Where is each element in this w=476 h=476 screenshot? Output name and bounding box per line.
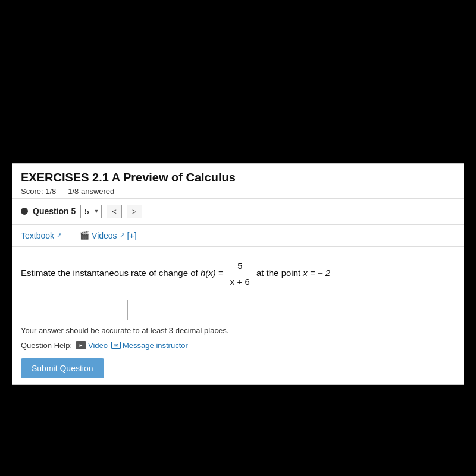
video-help-label: Video (88, 341, 108, 350)
point-label: x = − 2 (303, 268, 330, 278)
answered-label: 1/8 answered (68, 187, 114, 196)
main-container: EXERCISES 2.1 A Preview of Calculus Scor… (12, 163, 464, 385)
question-body: Estimate the instantaneous rate of chang… (12, 247, 464, 384)
message-instructor-label: Message instructor (123, 341, 188, 350)
page-header: EXERCISES 2.1 A Preview of Calculus Scor… (12, 164, 464, 199)
accuracy-note: Your answer should be accurate to at lea… (21, 326, 455, 335)
external-link-icon: ↗ (57, 231, 62, 239)
function-name: h(x) (201, 268, 216, 278)
question-nav-bar: Question 5 5 < > (12, 199, 464, 225)
video-icon: 🎬 (80, 231, 89, 240)
resources-bar: Textbook ↗ 🎬 Videos ↗ [+] (12, 225, 464, 247)
question-select-wrapper[interactable]: 5 (80, 205, 102, 218)
math-fraction: 5 x + 6 (228, 259, 252, 289)
submit-question-button[interactable]: Submit Question (21, 358, 104, 378)
question-select[interactable]: 5 (80, 205, 102, 218)
question-dot-icon (21, 208, 28, 215)
score-line: Score: 1/8 1/8 answered (21, 187, 455, 196)
page-title: EXERCISES 2.1 A Preview of Calculus (21, 171, 455, 184)
question-suffix: at the point (256, 268, 300, 278)
answer-input[interactable] (21, 300, 128, 320)
question-help: Question Help: ► Video ✉ Message instruc… (21, 341, 455, 350)
play-icon: ► (76, 341, 86, 349)
question-prefix: Estimate the instantaneous rate of chang… (21, 268, 198, 278)
textbook-label: Textbook (21, 231, 54, 240)
next-question-button[interactable]: > (127, 205, 142, 218)
question-help-label: Question Help: (21, 341, 72, 350)
mail-icon: ✉ (111, 342, 121, 349)
videos-label: Videos (92, 231, 117, 240)
question-text: Estimate the instantaneous rate of chang… (21, 259, 455, 289)
videos-ext-icon: ↗ (120, 231, 125, 239)
video-help-link[interactable]: ► Video (76, 341, 108, 350)
textbook-link[interactable]: Textbook ↗ (21, 231, 62, 240)
math-numerator: 5 (235, 259, 245, 274)
message-instructor-link[interactable]: ✉ Message instructor (111, 341, 188, 350)
question-equals: = (218, 268, 224, 278)
videos-extra: [+] (127, 231, 137, 240)
math-denominator: x + 6 (228, 274, 252, 289)
score-label: Score: 1/8 (21, 187, 56, 196)
prev-question-button[interactable]: < (107, 205, 122, 218)
question-label: Question 5 (33, 206, 76, 216)
videos-link[interactable]: 🎬 Videos ↗ [+] (80, 231, 137, 240)
